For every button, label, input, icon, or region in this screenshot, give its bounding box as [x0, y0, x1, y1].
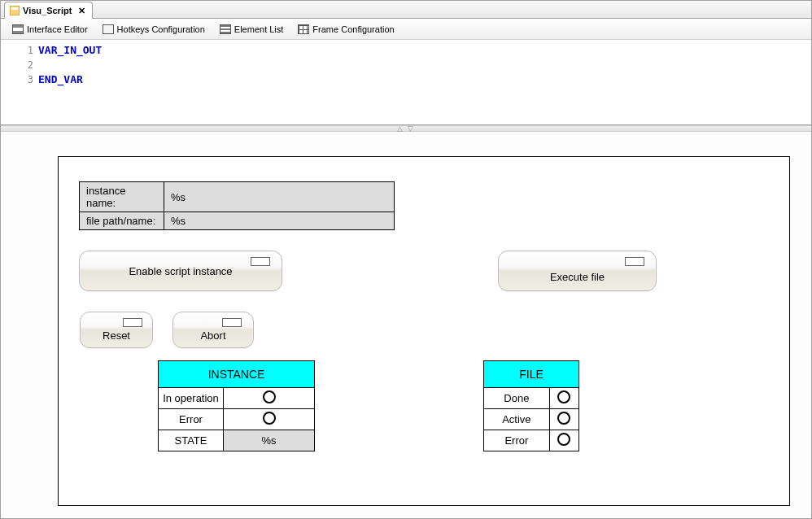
- table-row: Active: [484, 409, 579, 430]
- button-label: Reset: [103, 329, 130, 342]
- visualization-canvas[interactable]: instance name: %s file path/name: %s Ena…: [58, 156, 790, 506]
- table-row: Error: [484, 430, 579, 451]
- button-label: Abort: [200, 329, 225, 342]
- svg-rect-1: [11, 7, 18, 10]
- tab-visu-script[interactable]: Visu_Script ✕: [4, 2, 93, 19]
- tab-strip: Visu_Script ✕: [1, 1, 811, 19]
- in-operation-label: In operation: [159, 388, 224, 409]
- instance-error-indicator: [224, 409, 315, 430]
- list-icon: [220, 24, 231, 34]
- file-error-label: Error: [484, 430, 550, 451]
- file-path-value: %s: [164, 212, 395, 230]
- visu-tab-icon: [10, 6, 20, 15]
- toolbar-label: Element List: [234, 24, 284, 34]
- active-label: Active: [484, 409, 550, 430]
- instance-error-label: Error: [159, 409, 224, 430]
- table-row: file path/name: %s: [80, 212, 395, 230]
- file-status-header: FILE: [484, 361, 579, 388]
- abort-button[interactable]: Abort: [172, 312, 254, 348]
- state-label: STATE: [159, 430, 224, 451]
- instance-name-label: instance name:: [80, 182, 164, 212]
- line-number: 1: [1, 43, 33, 58]
- grid-icon: [298, 24, 309, 34]
- active-indicator: [549, 409, 578, 430]
- tab-title: Visu_Script: [23, 6, 72, 15]
- indicator-icon: [123, 318, 142, 327]
- table-icon: [12, 24, 24, 34]
- svg-rect-0: [10, 6, 20, 15]
- execute-file-button[interactable]: Execute file: [498, 251, 657, 291]
- indicator-icon: [251, 257, 270, 266]
- toolbar-interface-editor[interactable]: Interface Editor: [7, 23, 93, 36]
- button-label: Enable script instance: [129, 265, 232, 277]
- toolbar-hotkeys[interactable]: Hotkeys Configuration: [98, 23, 210, 36]
- line-number: 3: [1, 72, 33, 87]
- code-line: [38, 58, 102, 72]
- table-row: In operation: [159, 388, 315, 409]
- file-error-indicator: [549, 430, 578, 451]
- file-path-label: file path/name:: [80, 212, 164, 230]
- code-content[interactable]: VAR_IN_OUT END_VAR: [38, 40, 102, 124]
- circle-icon: [263, 390, 276, 403]
- line-number-gutter: 1 2 3: [1, 40, 38, 124]
- instance-name-value: %s: [164, 182, 395, 212]
- table-row: STATE %s: [159, 430, 315, 451]
- code-editor[interactable]: 1 2 3 VAR_IN_OUT END_VAR: [1, 40, 811, 125]
- file-status-box: FILE Done Active Error: [483, 360, 579, 451]
- done-label: Done: [484, 388, 550, 409]
- circle-icon: [263, 412, 276, 425]
- toolbar-label: Hotkeys Configuration: [117, 24, 205, 34]
- table-row: Done: [484, 388, 579, 409]
- button-label: Execute file: [550, 271, 605, 283]
- done-indicator: [549, 388, 578, 409]
- indicator-icon: [222, 318, 242, 327]
- toolbar-label: Interface Editor: [27, 24, 88, 34]
- in-operation-indicator: [224, 388, 315, 409]
- circle-icon: [557, 433, 570, 446]
- instance-status-box: INSTANCE In operation Error STATE %s: [158, 360, 315, 451]
- table-row: Error: [159, 409, 315, 430]
- canvas-wrap: instance name: %s file path/name: %s Ena…: [1, 132, 811, 519]
- instance-status-header: INSTANCE: [159, 361, 315, 388]
- circle-icon: [557, 412, 570, 425]
- enable-script-button[interactable]: Enable script instance: [79, 251, 282, 291]
- toolbar-frame-config[interactable]: Frame Configuration: [293, 23, 399, 36]
- info-table: instance name: %s file path/name: %s: [79, 181, 395, 230]
- toolbar-element-list[interactable]: Element List: [215, 23, 289, 36]
- code-line: END_VAR: [38, 72, 102, 87]
- reset-button[interactable]: Reset: [80, 312, 153, 348]
- indicator-icon: [625, 257, 644, 266]
- horizontal-splitter[interactable]: △ ▽: [1, 125, 811, 132]
- toolbar-label: Frame Configuration: [312, 24, 394, 34]
- splitter-grip-icon: △ ▽: [397, 124, 416, 133]
- square-icon: [103, 24, 114, 34]
- close-icon[interactable]: ✕: [78, 6, 85, 16]
- code-line: VAR_IN_OUT: [38, 43, 102, 58]
- circle-icon: [557, 390, 570, 403]
- line-number: 2: [1, 58, 33, 72]
- editor-toolbar: Interface Editor Hotkeys Configuration E…: [1, 19, 811, 40]
- table-row: instance name: %s: [80, 182, 395, 212]
- state-value: %s: [224, 430, 315, 451]
